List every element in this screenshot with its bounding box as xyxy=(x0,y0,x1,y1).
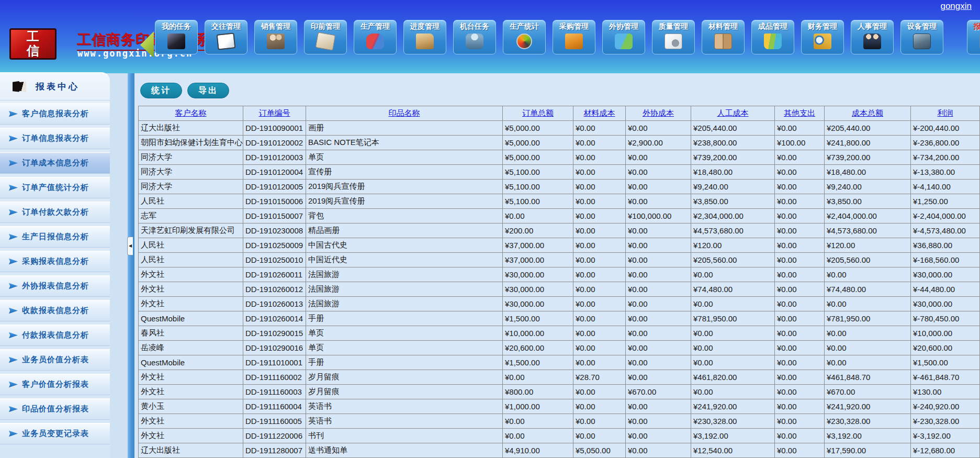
cell: ¥0.00 xyxy=(573,150,626,165)
nav-item-sales[interactable]: 销售管理 xyxy=(254,20,297,54)
nav-item-computer[interactable]: 我的任务 xyxy=(155,20,198,54)
export-button[interactable]: 导出 xyxy=(187,83,229,98)
sidebar-item[interactable]: 生产日报信息分析 xyxy=(0,226,110,248)
nav-item-purchase[interactable]: 采购管理 xyxy=(553,20,595,54)
column-header-link[interactable]: 材料成本 xyxy=(584,108,615,117)
nav-item-report[interactable]: 报表中心 xyxy=(967,20,980,54)
column-header[interactable]: 成本总额 xyxy=(825,106,911,121)
column-header[interactable]: 印品名称 xyxy=(306,106,503,121)
table-row[interactable]: 辽大出版社DD-1911280007送书通知单¥4,910.00¥5,050.0… xyxy=(139,443,980,458)
table-row[interactable]: 志军DD-1910150007背包¥0.00¥0.00¥100,000.00¥2… xyxy=(139,209,980,224)
sidebar-item[interactable]: 业务员价值分析表 xyxy=(0,349,110,371)
table-row[interactable]: 外文社DD-1911160005英语书¥0.00¥0.00¥0.00¥230,3… xyxy=(139,414,980,429)
sidebar-header: 报表中心 xyxy=(0,73,110,100)
cell: DD-1911160005 xyxy=(243,414,306,429)
table-row[interactable]: 同济大学DD-19101200052019阅兵宣传册¥5,100.00¥0.00… xyxy=(139,180,980,194)
nav-item-materials[interactable]: 材料管理 xyxy=(702,20,745,54)
column-header-link[interactable]: 成本总额 xyxy=(852,108,883,117)
nav-item-finance[interactable]: 财务管理 xyxy=(801,20,844,54)
sidebar-item[interactable]: 客户信息报表分析 xyxy=(0,103,110,125)
cell: ¥0.00 xyxy=(573,224,626,238)
table-row[interactable]: 岳凌峰DD-1910290016单页¥20,600.00¥0.00¥0.00¥0… xyxy=(139,341,980,355)
nav-item-quality[interactable]: 质量管理 xyxy=(652,20,695,54)
sidebar-item[interactable]: 订单付款欠款分析 xyxy=(0,202,110,223)
column-header-link[interactable]: 印品名称 xyxy=(389,108,420,117)
stats-button[interactable]: 统计 xyxy=(140,83,182,98)
column-header-link[interactable]: 其他支出 xyxy=(784,108,815,117)
table-row[interactable]: 天津艺虹印刷发展有限公司DD-1910230008精品画册¥200.00¥0.0… xyxy=(139,224,980,238)
column-header-link[interactable]: 客户名称 xyxy=(175,108,207,117)
table-row[interactable]: 黄小玉DD-1911160004英语书¥1,000.00¥0.00¥0.00¥2… xyxy=(139,399,980,414)
column-header[interactable]: 人工成本 xyxy=(691,106,775,121)
cell: ¥130.00 xyxy=(911,385,980,399)
column-header[interactable]: 利润 xyxy=(911,106,980,121)
table-row[interactable]: 同济大学DD-1910120003单页¥5,000.00¥0.00¥0.00¥7… xyxy=(139,150,980,165)
table-row[interactable]: 人民社DD-1910250010中国近代史¥37,000.00¥0.00¥0.0… xyxy=(139,253,980,267)
column-header[interactable]: 其他支出 xyxy=(775,106,825,121)
sales-icon xyxy=(267,33,285,49)
nav-item-production[interactable]: 生产管理 xyxy=(354,20,397,54)
table-row[interactable]: 外文社DD-1911220006书刊¥0.00¥0.00¥0.00¥3,192.… xyxy=(139,429,980,443)
sidebar: 报表中心 客户信息报表分析订单信息报表分析订单成本信息分析订单产值统计分析订单付… xyxy=(0,72,110,458)
column-header[interactable]: 外协成本 xyxy=(626,106,691,121)
nav-item-outsource[interactable]: 外协管理 xyxy=(602,20,645,54)
table-row[interactable]: QuestMobileDD-1911010001手册¥1,500.00¥0.00… xyxy=(139,355,980,370)
cell: ¥0.00 xyxy=(691,355,775,370)
nav-item-contract[interactable]: 交往管理 xyxy=(205,20,247,54)
cell: DD-1911160002 xyxy=(243,370,306,385)
table-row[interactable]: 辽大出版社DD-1910090001画册¥5,000.00¥0.00¥0.00¥… xyxy=(139,121,980,136)
table-row[interactable]: QuestMobileDD-1910260014手册¥1,500.00¥0.00… xyxy=(139,311,980,326)
table-row[interactable]: 外文社DD-1910260012法国旅游¥30,000.00¥0.00¥0.00… xyxy=(139,282,980,297)
cell: ¥0.00 xyxy=(775,399,825,414)
column-header[interactable]: 订单编号 xyxy=(243,106,306,121)
sidebar-item[interactable]: 订单产值统计分析 xyxy=(0,177,110,198)
table-row[interactable]: 春风社DD-1910290015单页¥10,000.00¥0.00¥0.00¥0… xyxy=(139,326,980,341)
cell: ¥0.00 xyxy=(573,209,626,224)
nav-item-finished[interactable]: 成品管理 xyxy=(751,20,794,54)
table-row[interactable]: 朝阳市妇幼保健计划生育中心DD-1910120002BASIC NOTE笔记本¥… xyxy=(139,136,980,150)
column-header-link[interactable]: 人工成本 xyxy=(717,108,749,117)
sidebar-item[interactable]: 印品价值分析报表 xyxy=(0,398,110,420)
nav-item-hr[interactable]: 人事管理 xyxy=(851,20,894,54)
nav-item-progress[interactable]: 进度管理 xyxy=(403,20,446,54)
cell: ¥10,000.00 xyxy=(503,326,573,341)
cell: DD-1910290015 xyxy=(243,326,306,341)
cell: ¥241,920.00 xyxy=(825,399,911,414)
nav-item-equipment[interactable]: 设备管理 xyxy=(900,20,943,54)
column-header-link[interactable]: 外协成本 xyxy=(643,108,674,117)
column-header-link[interactable]: 订单总额 xyxy=(522,108,554,117)
column-header-link[interactable]: 利润 xyxy=(938,108,953,117)
column-header[interactable]: 材料成本 xyxy=(573,106,626,121)
sidebar-item[interactable]: 订单成本信息分析 xyxy=(0,152,110,174)
table-row[interactable]: 人民社DD-1910250009中国古代史¥37,000.00¥0.00¥0.0… xyxy=(139,238,980,253)
sidebar-item-label: 付款报表信息分析 xyxy=(22,330,89,340)
cell: ¥5,000.00 xyxy=(503,150,573,165)
cell: ¥0.00 xyxy=(691,385,775,399)
nav-item-prepress[interactable]: 印前管理 xyxy=(304,20,347,54)
table-row[interactable]: 外文社DD-1910260011法国旅游¥30,000.00¥0.00¥0.00… xyxy=(139,267,980,282)
sidebar-item[interactable]: 收款报表信息分析 xyxy=(0,300,110,321)
table-row[interactable]: 人民社DD-19101500062019阅兵宣传册¥5,100.00¥0.00¥… xyxy=(139,194,980,209)
table-row[interactable]: 外文社DD-1910260013法国旅游¥30,000.00¥0.00¥0.00… xyxy=(139,297,980,311)
nav-item-stats[interactable]: 生产统计 xyxy=(503,20,546,54)
column-header[interactable]: 订单总额 xyxy=(503,106,573,121)
sidebar-item[interactable]: 客户价值分析报表 xyxy=(0,374,110,395)
account-link[interactable]: gongxin xyxy=(940,1,972,12)
column-header-link[interactable]: 订单编号 xyxy=(259,108,290,117)
cell: ¥781,950.00 xyxy=(825,311,911,326)
cell: ¥5,100.00 xyxy=(503,180,573,194)
table-row[interactable]: 外文社DD-1911160002岁月留痕¥0.00¥28.70¥0.00¥461… xyxy=(139,370,980,385)
cell: ¥3,192.00 xyxy=(825,429,911,443)
nav-item-machine[interactable]: 机台任务 xyxy=(453,20,496,54)
sidebar-item[interactable]: 付款报表信息分析 xyxy=(0,325,110,346)
sidebar-item[interactable]: 订单信息报表分析 xyxy=(0,128,110,149)
sidebar-item[interactable]: 采购报表信息分析 xyxy=(0,251,110,272)
sidebar-item[interactable]: 业务员变更记录表 xyxy=(0,423,110,444)
cell: 单页 xyxy=(306,150,503,165)
column-header[interactable]: 客户名称 xyxy=(139,106,243,121)
nav-item-label: 生产管理 xyxy=(354,22,396,31)
collapse-sidebar-button[interactable]: ◀ xyxy=(127,237,133,255)
table-row[interactable]: 同济大学DD-1910120004宣传册¥5,100.00¥0.00¥0.00¥… xyxy=(139,165,980,180)
sidebar-item[interactable]: 外协报表信息分析 xyxy=(0,275,110,297)
table-row[interactable]: 外文社DD-1911160003岁月留痕¥800.00¥0.00¥670.00¥… xyxy=(139,385,980,399)
